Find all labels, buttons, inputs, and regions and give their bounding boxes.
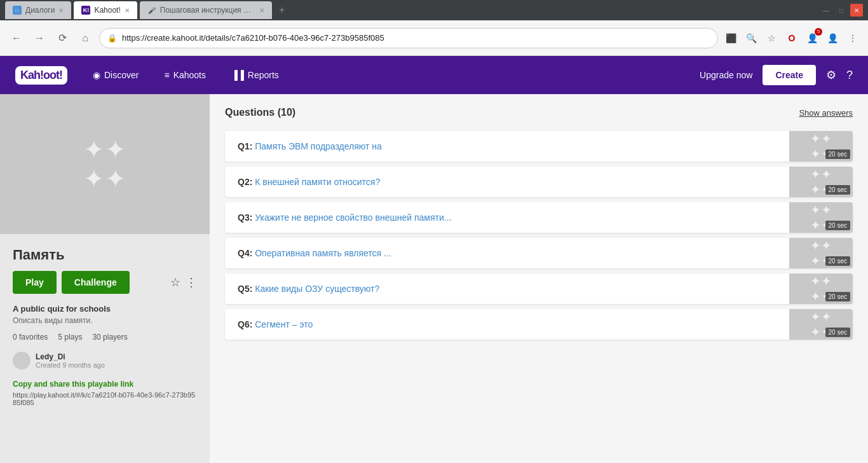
nav-discover[interactable]: ◉ Discover [88, 67, 144, 83]
nav-reports-label: Reports [248, 70, 279, 80]
share-section: Copy and share this playable link https:… [13, 380, 197, 406]
action-icons: ☆ ⋮ [170, 275, 197, 289]
maximize-button[interactable]: □ [835, 4, 848, 17]
questions-header: Questions (10) Show answers [225, 107, 853, 118]
time-badge-3: 20 sec [825, 221, 850, 230]
reports-icon: ▐▐ [231, 70, 244, 80]
logo-box: Kah!oot! [15, 66, 67, 85]
question-card-5: Q5: Какие виды ОЗУ существуют? ✦✦✦✦ 20 s… [225, 273, 853, 304]
window-controls: — □ ✕ [820, 4, 863, 17]
questions-title: Questions (10) [225, 107, 295, 118]
tab-close-kahoot[interactable]: ✕ [125, 7, 130, 14]
translate-icon[interactable]: ⬛ [723, 31, 738, 46]
author-avatar [13, 352, 31, 370]
play-button[interactable]: Play [13, 271, 57, 294]
kahoots-icon: ≡ [164, 70, 169, 80]
q-num-5: Q5: [238, 284, 252, 294]
time-badge-2: 20 sec [825, 185, 850, 195]
question-card-6: Q6: Сегмент – это ✦✦✦✦ 20 sec [225, 309, 853, 340]
nav-right: Upgrade now Create ⚙ ? [700, 65, 853, 85]
author-row: Ledy_Di Created 9 months ago [13, 352, 197, 370]
tab-instruction[interactable]: 🎤 Пошаговая инструкция для на... ✕ [140, 1, 272, 19]
question-image-1: ✦✦✦✦ 20 sec [789, 131, 853, 162]
challenge-button[interactable]: Challenge [62, 271, 130, 294]
question-text-1: Q1: Память ЭВМ подразделяют на [238, 141, 382, 151]
upgrade-button[interactable]: Upgrade now [700, 70, 752, 80]
kahoot-description: Описать виды памяти. [13, 316, 197, 325]
home-button[interactable]: ⌂ [76, 29, 94, 47]
account-icon[interactable]: 👤 [825, 31, 840, 46]
kahoot-logo[interactable]: Kah!oot! [15, 66, 67, 85]
settings-icon[interactable]: ⚙ [826, 68, 836, 82]
reload-button[interactable]: ⟳ [53, 29, 71, 47]
back-button[interactable]: ← [8, 29, 25, 47]
close-button[interactable]: ✕ [850, 4, 863, 17]
tab-icon-instruction: 🎤 [147, 6, 156, 15]
create-button[interactable]: Create [763, 65, 816, 85]
question-card-2: Q2: К внешней памяти относится? ✦✦✦✦ 20 … [225, 167, 853, 197]
extensions-icon[interactable]: 👤 5 [804, 31, 820, 46]
q-num-1: Q1: [238, 141, 252, 151]
bookmark-icon[interactable]: ☆ [764, 31, 779, 46]
time-badge-4: 20 sec [825, 256, 850, 266]
tab-icon-kahoot: K! [81, 6, 90, 15]
app-container: Kah!oot! ◉ Discover ≡ Kahoots ▐▐ Reports… [0, 56, 868, 463]
nav-reports[interactable]: ▐▐ Reports [226, 67, 284, 83]
stat-players: 30 players [92, 333, 127, 342]
question-image-2: ✦✦✦✦ 20 sec [789, 167, 853, 197]
question-text-area-1: Q1: Память ЭВМ подразделяют на [225, 131, 789, 162]
forward-button[interactable]: → [31, 29, 48, 47]
q-num-3: Q3: [238, 212, 252, 223]
question-text-area-5: Q5: Какие виды ОЗУ существуют? [225, 273, 789, 304]
tab-title-instruction: Пошаговая инструкция для на... [160, 6, 255, 15]
question-image-4: ✦✦✦✦ 20 sec [789, 238, 853, 268]
browser-navbar: ← → ⟳ ⌂ 🔒 https://create.kahoot.it/detai… [0, 20, 868, 56]
nav-kahoots[interactable]: ≡ Kahoots [159, 67, 211, 83]
q-num-2: Q2: [238, 177, 252, 187]
nav-discover-label: Discover [104, 70, 139, 80]
q-content-2: К внешней памяти относится? [255, 177, 380, 187]
new-tab-button[interactable]: + [275, 3, 290, 18]
q-content-6: Сегмент – это [255, 319, 313, 329]
tab-dialogi[interactable]: □ Диалоги ✕ [5, 1, 71, 19]
question-card-3: Q3: Укажите не верное свойство внешней п… [225, 202, 853, 233]
tab-kahoot[interactable]: K! Kahoot! ✕ [74, 1, 137, 19]
question-text-4: Q4: Оперативная память является ... [238, 248, 391, 258]
show-answers-link[interactable]: Show answers [799, 108, 853, 118]
share-url[interactable]: https://play.kahoot.it/#/k/c7a6210f-b076… [13, 391, 197, 406]
q-num-6: Q6: [238, 319, 252, 329]
minimize-button[interactable]: — [820, 4, 832, 17]
question-text-3: Q3: Укажите не верное свойство внешней п… [238, 212, 451, 223]
time-badge-1: 20 sec [825, 149, 850, 159]
question-text-2: Q2: К внешней памяти относится? [238, 177, 380, 187]
left-panel: ✦✦✦✦ Память Play Challenge ☆ ⋮ A public … [0, 94, 210, 463]
right-panel: Questions (10) Show answers Q1: Память Э… [210, 94, 868, 463]
question-text-5: Q5: Какие виды ОЗУ существуют? [238, 284, 379, 294]
address-bar[interactable]: 🔒 https://create.kahoot.it/details/c7a62… [99, 28, 718, 48]
q-num-4: Q4: [238, 248, 252, 258]
time-badge-5: 20 sec [825, 292, 850, 301]
more-options-icon[interactable]: ⋮ [186, 275, 197, 289]
nav-kahoots-label: Kahoots [173, 70, 206, 80]
question-text-area-6: Q6: Сегмент – это [225, 309, 789, 340]
q-content-3: Укажите не верное свойство внешней памят… [255, 212, 451, 223]
tab-close-instruction[interactable]: ✕ [259, 7, 264, 14]
author-info: Ledy_Di Created 9 months ago [36, 352, 105, 369]
question-text-6: Q6: Сегмент – это [238, 319, 313, 329]
opera-icon[interactable]: O [784, 31, 799, 46]
q-content-5: Какие виды ОЗУ существуют? [255, 284, 379, 294]
favorite-icon[interactable]: ☆ [170, 275, 180, 289]
kahoot-info: Память Play Challenge ☆ ⋮ A public quiz … [0, 234, 210, 419]
kahoot-thumbnail: ✦✦✦✦ [0, 94, 210, 234]
search-icon[interactable]: 🔍 [743, 31, 759, 46]
stat-favorites: 0 favorites [13, 333, 48, 342]
thumbnail-icon: ✦✦✦✦ [83, 135, 126, 193]
q-content-1: Память ЭВМ подразделяют на [255, 141, 382, 151]
kahoot-navbar: Kah!oot! ◉ Discover ≡ Kahoots ▐▐ Reports… [0, 56, 868, 94]
menu-icon[interactable]: ⋮ [845, 31, 860, 46]
browser-action-buttons: ⬛ 🔍 ☆ O 👤 5 👤 ⋮ [723, 31, 860, 46]
time-badge-6: 20 sec [825, 328, 850, 337]
help-icon[interactable]: ? [846, 69, 853, 82]
tab-close-dialogi[interactable]: ✕ [58, 7, 64, 14]
kahoot-stats: 0 favorites 5 plays 30 players [13, 333, 197, 342]
